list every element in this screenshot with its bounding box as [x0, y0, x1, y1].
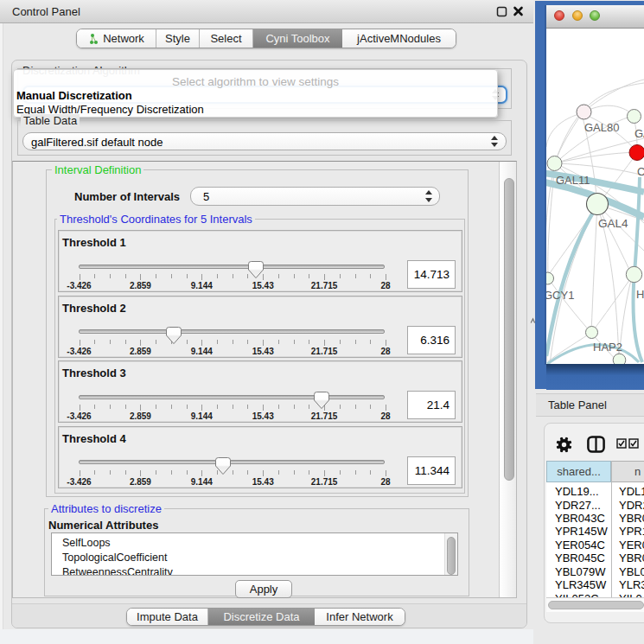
svg-text:GCY1: GCY1 [546, 289, 574, 302]
svg-text:GAL4: GAL4 [598, 217, 628, 230]
svg-text:HAP2: HAP2 [593, 341, 622, 354]
svg-text:H: H [636, 288, 644, 301]
svg-text:GA: GA [634, 127, 644, 140]
svg-text:GAL11: GAL11 [556, 174, 590, 187]
svg-text:GAL80: GAL80 [584, 121, 619, 134]
svg-text:C: C [637, 165, 644, 178]
